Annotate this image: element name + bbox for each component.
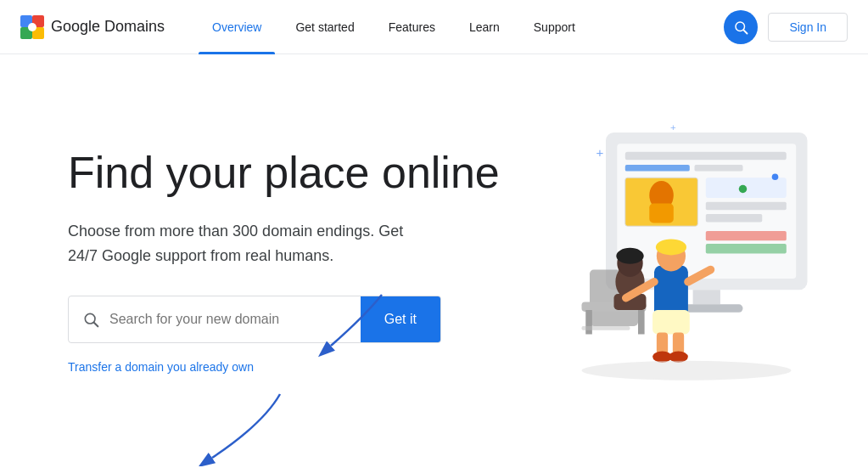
svg-text:+: +	[596, 144, 604, 159]
main-content: Find your place online Choose from more …	[0, 54, 868, 468]
svg-rect-15	[625, 165, 690, 172]
illustration-svg: + +	[509, 100, 832, 423]
svg-rect-16	[695, 165, 743, 172]
header-search-button[interactable]	[724, 10, 758, 44]
svg-rect-35	[638, 310, 645, 335]
svg-rect-24	[706, 230, 787, 240]
nav-item-overview[interactable]: Overview	[199, 14, 275, 41]
google-logo-icon	[20, 15, 44, 39]
hero-title: Find your place online	[68, 148, 509, 199]
svg-point-26	[739, 184, 748, 193]
domain-search-input[interactable]	[109, 312, 347, 327]
svg-line-9	[94, 322, 98, 326]
search-input-icon	[82, 311, 99, 328]
logo-area: Google Domains	[20, 15, 165, 39]
sign-in-button[interactable]: Sign In	[768, 13, 848, 42]
get-it-button[interactable]: Get it	[361, 296, 440, 343]
svg-rect-34	[585, 310, 592, 335]
svg-point-47	[669, 351, 688, 362]
svg-line-7	[744, 30, 748, 33]
search-icon	[733, 20, 748, 35]
nav-item-support[interactable]: Support	[520, 14, 589, 41]
svg-text:+: +	[670, 122, 676, 133]
svg-rect-25	[706, 244, 787, 253]
logo-text: Google Domains	[51, 18, 165, 36]
nav-item-learn[interactable]: Learn	[456, 14, 513, 41]
hero-subtitle: Choose from more than 300 domain endings…	[68, 219, 424, 268]
search-input-wrapper	[69, 311, 361, 328]
nav-item-features[interactable]: Features	[375, 14, 449, 41]
svg-rect-20	[649, 203, 674, 223]
svg-rect-23	[706, 213, 763, 222]
svg-point-5	[28, 23, 36, 31]
svg-rect-14	[625, 151, 787, 160]
svg-rect-22	[706, 201, 787, 210]
svg-point-42	[656, 239, 686, 255]
header: Google Domains Overview Get started Feat…	[0, 0, 868, 54]
svg-rect-43	[652, 310, 690, 335]
domain-search-box: Get it	[68, 296, 441, 343]
hero-illustration: + +	[509, 100, 832, 423]
svg-point-50	[582, 360, 792, 380]
header-right: Sign In	[724, 10, 848, 44]
svg-rect-28	[693, 290, 720, 304]
svg-point-38	[616, 247, 643, 263]
content-left: Find your place online Choose from more …	[68, 148, 509, 374]
svg-rect-51	[582, 326, 630, 330]
transfer-domain-link[interactable]: Transfer a domain you already own	[68, 360, 254, 374]
arrow-to-transfer	[187, 390, 297, 466]
nav-item-get-started[interactable]: Get started	[282, 14, 367, 41]
svg-point-27	[772, 173, 779, 180]
main-nav: Overview Get started Features Learn Supp…	[199, 14, 724, 41]
